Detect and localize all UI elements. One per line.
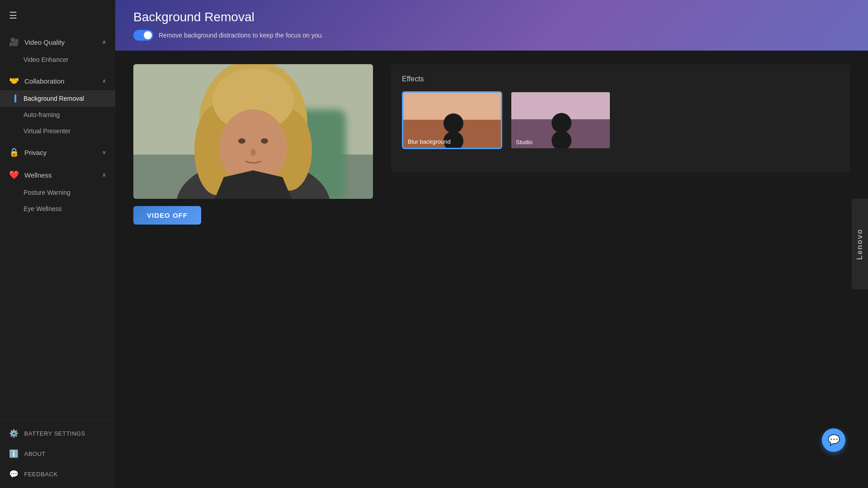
sidebar-item-feedback[interactable]: 💬 FEEDBACK — [0, 464, 115, 484]
collaboration-icon: 🤝 — [9, 76, 19, 86]
background-removal-toggle[interactable] — [133, 30, 153, 41]
sidebar-item-label: Video Enhancer — [24, 56, 68, 63]
svg-point-11 — [261, 138, 268, 144]
toggle-description: Remove background distractions to keep t… — [159, 32, 323, 39]
sidebar-section-video-quality: 🎥 Video Quality ∧ Video Enhancer — [0, 31, 115, 70]
video-section: VIDEO OFF — [133, 64, 373, 474]
chat-icon: 💬 — [828, 434, 840, 446]
sidebar-section-privacy: 🔒 Privacy ∨ — [0, 141, 115, 164]
svg-point-21 — [552, 113, 571, 133]
studio-bg: Studio — [511, 92, 610, 148]
sidebar-item-label: Posture Warning — [24, 189, 71, 196]
privacy-icon: 🔒 — [9, 147, 19, 157]
sidebar-bottom-label: ABOUT — [24, 450, 46, 457]
chevron-up-icon: ∧ — [102, 39, 106, 45]
sidebar-header: ☰ — [0, 0, 115, 31]
sidebar-item-about[interactable]: ℹ️ ABOUT — [0, 444, 115, 464]
sidebar-category-label: Wellness — [24, 171, 52, 179]
main-content: Background Removal Remove background dis… — [115, 0, 868, 488]
sidebar-category-video-quality[interactable]: 🎥 Video Quality ∧ — [0, 33, 115, 52]
about-icon: ℹ️ — [9, 449, 19, 459]
sidebar-item-label: Auto-framing — [24, 111, 60, 118]
sidebar-bottom-label: BATTERY SETTINGS — [24, 430, 85, 437]
sidebar-item-video-enhancer[interactable]: Video Enhancer — [0, 52, 115, 68]
sidebar-category-privacy[interactable]: 🔒 Privacy ∨ — [0, 143, 115, 162]
page-title: Background Removal — [133, 10, 850, 24]
sidebar-item-background-removal[interactable]: Background Removal — [0, 90, 115, 107]
svg-point-16 — [443, 113, 463, 133]
blur-background-label: Blur background — [408, 138, 451, 145]
sidebar-category-wellness[interactable]: ❤️ Wellness ∧ — [0, 165, 115, 184]
lenovo-brand: Lenovo — [852, 199, 868, 289]
sidebar-category-label: Video Quality — [24, 38, 65, 46]
chat-fab-button[interactable]: 💬 — [822, 428, 845, 452]
sidebar-item-label: Virtual Presenter — [24, 127, 71, 135]
person-preview-svg — [133, 64, 373, 199]
sidebar-item-label: Eye Wellness — [24, 205, 62, 212]
video-quality-icon: 🎥 — [9, 37, 19, 47]
video-placeholder — [133, 64, 373, 199]
effect-card-blur-background[interactable]: Blur background — [402, 91, 502, 149]
sidebar-bottom-label: FEEDBACK — [24, 471, 58, 478]
sidebar-category-collaboration[interactable]: 🤝 Collaboration ∧ — [0, 71, 115, 90]
sidebar-item-auto-framing[interactable]: Auto-framing — [0, 107, 115, 123]
sidebar-item-virtual-presenter[interactable]: Virtual Presenter — [0, 123, 115, 139]
video-off-button[interactable]: VIDEO OFF — [133, 206, 201, 225]
chevron-up-icon: ∧ — [102, 78, 106, 84]
blur-bg: Blur background — [403, 93, 501, 148]
sidebar-category-label: Collaboration — [24, 77, 64, 85]
sidebar: ☰ 🎥 Video Quality ∧ Video Enhancer 🤝 Col… — [0, 0, 115, 488]
chevron-down-icon: ∨ — [102, 149, 106, 155]
effects-title: Effects — [402, 75, 839, 83]
wellness-icon: ❤️ — [9, 170, 19, 180]
sidebar-section-wellness: ❤️ Wellness ∧ Posture Warning Eye Wellne… — [0, 164, 115, 219]
sidebar-item-label: Background Removal — [24, 95, 84, 102]
sidebar-item-posture-warning[interactable]: Posture Warning — [0, 184, 115, 201]
svg-point-12 — [250, 149, 256, 156]
sidebar-section-collaboration: 🤝 Collaboration ∧ Background Removal Aut… — [0, 70, 115, 141]
effect-card-studio[interactable]: Studio — [510, 91, 611, 149]
video-preview — [133, 64, 373, 199]
svg-point-10 — [238, 138, 245, 144]
page-body: VIDEO OFF Effects — [115, 51, 868, 488]
effects-section: Effects — [391, 64, 850, 173]
studio-label: Studio — [516, 139, 533, 145]
hamburger-icon[interactable]: ☰ — [9, 10, 17, 21]
effects-grid: Blur background — [402, 91, 839, 149]
feedback-icon: 💬 — [9, 469, 19, 479]
chevron-up-icon: ∧ — [102, 172, 106, 178]
toggle-knob — [144, 31, 152, 39]
toggle-row: Remove background distractions to keep t… — [133, 30, 850, 41]
page-header: Background Removal Remove background dis… — [115, 0, 868, 51]
sidebar-item-battery-settings[interactable]: ⚙️ BATTERY SETTINGS — [0, 423, 115, 444]
battery-settings-icon: ⚙️ — [9, 429, 19, 438]
lenovo-brand-text: Lenovo — [856, 229, 864, 260]
sidebar-bottom: ⚙️ BATTERY SETTINGS ℹ️ ABOUT 💬 FEEDBACK — [0, 419, 115, 488]
sidebar-category-label: Privacy — [24, 149, 47, 156]
sidebar-item-eye-wellness[interactable]: Eye Wellness — [0, 201, 115, 217]
